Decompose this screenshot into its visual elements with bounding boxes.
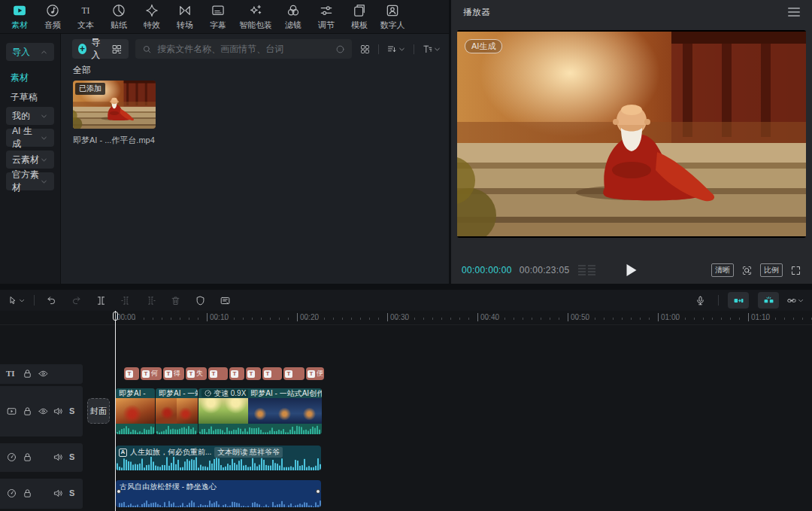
text-clip-5[interactable]: T xyxy=(208,367,228,380)
ruler-label: 00:30 xyxy=(387,313,409,321)
redo-button[interactable] xyxy=(67,292,85,309)
microphone-icon xyxy=(695,295,706,306)
fullscreen-icon[interactable] xyxy=(790,265,801,276)
text-track-icon[interactable]: TI xyxy=(6,369,15,378)
split-right-button[interactable] xyxy=(141,292,159,309)
divider xyxy=(414,44,414,54)
video-clip-1[interactable]: 即梦AI - xyxy=(116,388,155,434)
grid-view-icon[interactable] xyxy=(359,44,371,55)
media-icon xyxy=(12,3,27,18)
timeline-toolbar xyxy=(0,290,812,311)
text-clip-2[interactable]: T何 xyxy=(141,367,162,380)
delete-button[interactable] xyxy=(166,292,184,309)
toolbar-item-audio[interactable]: 音频 xyxy=(36,2,69,31)
solo-button[interactable]: S xyxy=(69,488,74,497)
linkage-toggle-button[interactable] xyxy=(758,292,779,309)
quality-button[interactable]: 清晰 xyxy=(711,263,734,277)
text-clip-icon: T xyxy=(264,370,271,378)
toolbar-item-digitalhuman[interactable]: 数字人 xyxy=(376,2,409,31)
playhead[interactable] xyxy=(115,311,116,511)
select-tool-button[interactable] xyxy=(8,292,26,309)
speed-icon xyxy=(204,389,212,397)
link-icon xyxy=(786,295,797,306)
text-clip-8[interactable]: T xyxy=(262,367,282,380)
music-clip[interactable]: 古风自由放松舒缓 - 静坐逸心 xyxy=(116,480,321,507)
section-all-label[interactable]: 全部 xyxy=(73,64,91,77)
toolbar-item-template[interactable]: 模板 xyxy=(343,2,376,31)
text-clip-10[interactable]: T便 xyxy=(306,367,324,380)
sidebar-item-cloud-material[interactable]: 云素材 xyxy=(6,151,54,169)
time-ruler[interactable]: 00:0000:1000:2000:3000:4000:5001:0001:10 xyxy=(0,311,812,325)
audio-track-icon xyxy=(6,488,17,499)
filter-icon[interactable] xyxy=(422,44,441,55)
video-track-icon[interactable] xyxy=(6,406,17,417)
solo-button[interactable]: S xyxy=(69,406,74,415)
eye-icon[interactable] xyxy=(38,368,49,379)
lock-icon[interactable] xyxy=(22,406,33,417)
toolbar-item-sticker[interactable]: 贴纸 xyxy=(102,2,135,31)
lock-icon[interactable] xyxy=(22,368,33,379)
split-button[interactable] xyxy=(92,292,110,309)
plus-icon: + xyxy=(78,44,86,54)
link-button[interactable] xyxy=(786,292,804,309)
fade-out-handle[interactable] xyxy=(316,489,320,494)
added-badge: 已添加 xyxy=(75,83,105,95)
text-clip-6[interactable]: T xyxy=(229,367,244,380)
lock-icon[interactable] xyxy=(22,488,33,499)
audio-track-icon[interactable] xyxy=(6,452,17,463)
sidebar-item-official-material[interactable]: 官方素材 xyxy=(6,172,54,190)
text-clip-3[interactable]: T得 xyxy=(163,367,184,380)
player-menu-icon[interactable] xyxy=(788,8,800,17)
speaker-icon[interactable] xyxy=(53,488,64,499)
toolbar-item-smartpack[interactable]: 智能包装 xyxy=(235,2,277,31)
chevron-down-icon xyxy=(40,112,48,120)
play-button[interactable] xyxy=(627,264,637,276)
import-button[interactable]: + 导入 xyxy=(72,39,129,59)
grid-icon xyxy=(359,44,371,55)
toolbar-item-effects[interactable]: 特效 xyxy=(135,2,168,31)
lock-icon xyxy=(22,368,33,379)
sort-icon[interactable] xyxy=(386,44,406,55)
sidebar-item-material[interactable]: 素材 xyxy=(11,71,29,84)
lock-icon[interactable] xyxy=(22,452,33,463)
toolbar-item-filters[interactable]: 滤镜 xyxy=(277,2,310,31)
text-box-button[interactable] xyxy=(216,292,234,309)
toolbar-item-media[interactable]: 素材 xyxy=(3,2,36,31)
text-clip-7[interactable]: T xyxy=(246,367,261,380)
playhead-handle[interactable] xyxy=(113,312,118,321)
qr-scan-icon[interactable] xyxy=(111,44,123,55)
text-clip-9[interactable]: T xyxy=(283,367,304,380)
sidebar-item-mine[interactable]: 我的 xyxy=(6,107,54,125)
speaker-icon[interactable] xyxy=(53,406,64,417)
snap-toggle-button[interactable] xyxy=(728,292,749,309)
preview-zoom-icon[interactable] xyxy=(741,265,753,276)
sidebar-item-subdraft[interactable]: 子草稿 xyxy=(11,91,38,104)
media-clip-thumbnail[interactable]: 已添加 xyxy=(73,81,156,129)
video-clip-2[interactable]: 即梦AI - 一站 xyxy=(156,388,198,434)
toolbar-item-transition[interactable]: 转场 xyxy=(168,2,201,31)
text-clip-1[interactable]: T xyxy=(124,367,139,380)
toolbar-item-text[interactable]: TI文本 xyxy=(69,2,102,31)
undo-button[interactable] xyxy=(42,292,60,309)
speaker-icon[interactable] xyxy=(53,452,64,463)
video-clip-3[interactable]: 变速 0.9X 即梦AI - 一站式AI创作平 xyxy=(198,388,322,434)
microphone-button[interactable] xyxy=(691,292,709,309)
audio-track-icon[interactable] xyxy=(6,488,17,499)
eye-icon[interactable] xyxy=(38,406,49,417)
sidebar-item-import[interactable]: 导入 xyxy=(6,43,54,61)
chevron-down-icon xyxy=(40,156,48,164)
fade-in-handle[interactable] xyxy=(117,489,121,494)
video-preview[interactable]: AI生成 xyxy=(457,30,806,238)
ratio-button[interactable]: 比例 xyxy=(760,263,783,277)
mask-button[interactable] xyxy=(191,292,209,309)
toolbar-item-adjust[interactable]: 调节 xyxy=(310,2,343,31)
cover-button[interactable]: 封面 xyxy=(87,398,110,424)
tts-waveform xyxy=(116,457,321,470)
text-clip-4[interactable]: T失 xyxy=(186,367,207,380)
split-left-button[interactable] xyxy=(117,292,135,309)
search-input[interactable]: 搜索文件名称、画面情节、台词 xyxy=(135,39,352,59)
toolbar-item-captions[interactable]: 字幕 xyxy=(201,2,235,31)
tts-audio-clip[interactable]: A 人生如旅，何必负重前... 文本朗读 慈祥爷爷 xyxy=(116,446,321,470)
sidebar-item-ai-generate[interactable]: AI 生成 xyxy=(6,129,54,147)
solo-button[interactable]: S xyxy=(69,452,74,461)
